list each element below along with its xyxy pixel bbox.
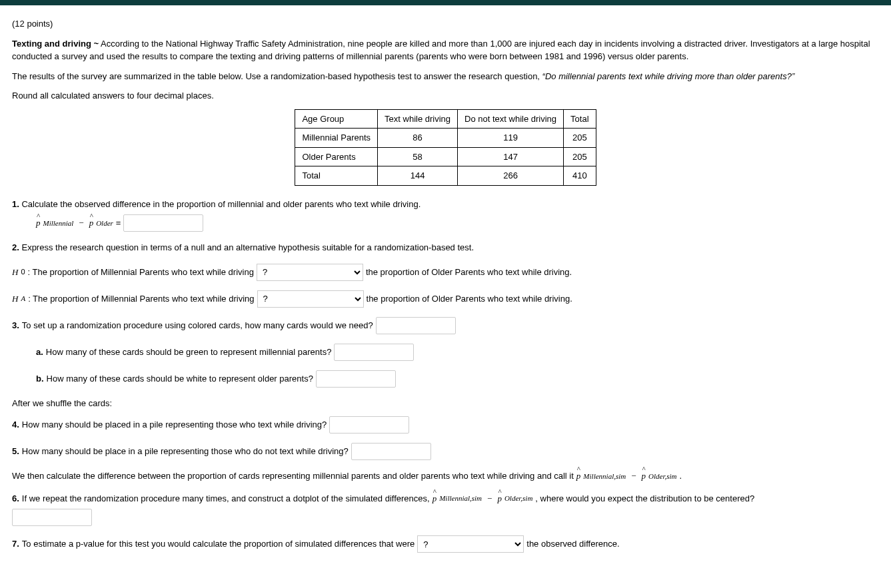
null-hypothesis-line: H0 : The proportion of Millennial Parent… — [12, 264, 879, 281]
ha-lead: : The proportion of Millennial Parents w… — [28, 292, 254, 306]
h0-select[interactable]: ? — [257, 264, 363, 281]
cell: Millennial Parents — [295, 129, 378, 148]
cell: Older Parents — [295, 147, 378, 166]
shuffle-text: After we shuffle the cards: — [12, 397, 879, 410]
sub-millennial: Millennial — [43, 218, 74, 229]
q3b-number: b. — [36, 372, 44, 386]
content-area: (12 points) Texting and driving ~ Accord… — [0, 5, 891, 582]
q1-text: Calculate the observed difference in the… — [21, 199, 421, 209]
h0-sub: 0 — [21, 266, 25, 278]
calc-explanation: We then calculate the difference between… — [12, 469, 879, 483]
q1-number: 1. — [12, 199, 19, 209]
q3a-answer-input[interactable] — [334, 344, 414, 361]
q6-text-b: , where would you expect the distributio… — [535, 492, 754, 505]
q2-number: 2. — [12, 242, 19, 252]
phat-o-sim: p — [642, 469, 646, 483]
table-row: Total 144 266 410 — [295, 166, 596, 186]
q3-number: 3. — [12, 319, 19, 332]
points-label: (12 points) — [12, 17, 879, 31]
q6-text-a: If we repeat the randomization procedure… — [22, 492, 430, 505]
minus-sign: − — [76, 216, 86, 230]
q5-number: 5. — [12, 445, 19, 458]
p-hat-older: p — [89, 216, 94, 230]
cell: 144 — [378, 166, 458, 186]
th-total: Total — [564, 109, 596, 129]
sub-o-sim-2: Older,sim — [504, 493, 532, 504]
intro-paragraph-1: Texting and driving ~ According to the N… — [12, 37, 879, 63]
q3-answer-input[interactable] — [376, 317, 456, 334]
question-3b: b. How many of these cards should be whi… — [36, 370, 879, 388]
question-6: 6. If we repeat the randomization proced… — [12, 492, 879, 527]
alt-hypothesis-line: HA : The proportion of Millennial Parent… — [12, 290, 879, 308]
question-3: 3. To set up a randomization procedure u… — [12, 317, 879, 334]
q3b-text: How many of these cards should be white … — [47, 372, 313, 386]
q3-text: To set up a randomization procedure usin… — [22, 319, 373, 332]
table-row: Older Parents 58 147 205 — [295, 147, 596, 166]
ha-symbol: H — [12, 292, 18, 306]
table-header-row: Age Group Text while driving Do not text… — [295, 109, 596, 129]
q5-text: How many should be place in a pile repre… — [22, 445, 349, 458]
q2-text: Express the research question in terms o… — [21, 242, 474, 252]
q1-answer-input[interactable] — [123, 214, 203, 232]
h0-tail: the proportion of Older Parents who text… — [366, 266, 572, 279]
q7-select[interactable]: ? — [417, 535, 524, 553]
ha-tail: the proportion of Older Parents who text… — [367, 292, 572, 306]
th-no-text: Do not text while driving — [458, 109, 564, 129]
th-age-group: Age Group — [295, 109, 378, 129]
q4-text: How many should be placed in a pile repr… — [22, 418, 327, 432]
calc-text-a: We then calculate the difference between… — [12, 469, 574, 483]
cell: 58 — [378, 147, 458, 166]
q7-text-a: To estimate a p-value for this test you … — [22, 537, 415, 551]
question-4: 4. How many should be placed in a pile r… — [12, 416, 879, 434]
ha-sub: A — [21, 293, 25, 304]
question-3a: a. How many of these cards should be gre… — [36, 344, 879, 361]
top-bar — [0, 0, 891, 5]
cell: 205 — [564, 129, 596, 148]
cell: 147 — [458, 147, 564, 166]
question-2: 2. Express the research question in term… — [12, 241, 879, 254]
cell: 86 — [378, 129, 458, 148]
cell: 205 — [564, 147, 596, 166]
cell: 266 — [458, 166, 564, 186]
sub-o-sim: Older,sim — [648, 471, 676, 482]
question-1: 1. Calculate the observed difference in … — [12, 198, 879, 232]
problem-title: Texting and driving ~ — [12, 39, 99, 49]
minus-sign: − — [628, 469, 638, 483]
q6-number: 6. — [12, 492, 19, 505]
phat-m-sim-2: p — [433, 492, 437, 505]
q7-text-b: the observed difference. — [526, 537, 619, 551]
q5-answer-input[interactable] — [351, 443, 431, 460]
q4-number: 4. — [12, 418, 19, 432]
q7-number: 7. — [12, 537, 19, 551]
intro-text-2a: The results of the survey are summarized… — [12, 71, 542, 81]
th-text-while-driving: Text while driving — [378, 109, 458, 129]
cell: Total — [295, 166, 378, 186]
phat-m-sim: p — [576, 469, 581, 483]
minus-sign: − — [484, 492, 494, 505]
question-5: 5. How many should be place in a pile re… — [12, 443, 879, 460]
h0-lead: : The proportion of Millennial Parents w… — [28, 266, 254, 279]
sub-older: Older — [96, 218, 113, 229]
q3a-text: How many of these cards should be green … — [46, 346, 332, 359]
q3a-number: a. — [36, 346, 43, 359]
sub-m-sim-2: Millennial,sim — [439, 493, 482, 504]
h0-symbol: H — [12, 266, 18, 279]
phat-o-sim-2: p — [497, 492, 502, 505]
sub-m-sim: Millennial,sim — [583, 471, 626, 482]
rounding-instruction: Round all calculated answers to four dec… — [12, 89, 879, 103]
q1-formula: p Millennial − p Older = — [36, 214, 879, 232]
table-row: Millennial Parents 86 119 205 — [295, 129, 596, 148]
data-table: Age Group Text while driving Do not text… — [295, 109, 596, 186]
question-7: 7. To estimate a p-value for this test y… — [12, 535, 879, 553]
q6-answer-input[interactable] — [12, 509, 92, 526]
research-question: “Do millennial parents text while drivin… — [542, 71, 795, 81]
cell: 119 — [458, 129, 564, 148]
ha-select[interactable]: ? — [257, 290, 364, 308]
intro-paragraph-2: The results of the survey are summarized… — [12, 70, 879, 83]
calc-dot: . — [680, 469, 682, 483]
equals-sign: = — [116, 216, 121, 230]
q4-answer-input[interactable] — [329, 416, 409, 434]
q3b-answer-input[interactable] — [316, 370, 396, 388]
intro-text-1: According to the National Highway Traffi… — [12, 39, 870, 62]
cell: 410 — [564, 166, 596, 186]
